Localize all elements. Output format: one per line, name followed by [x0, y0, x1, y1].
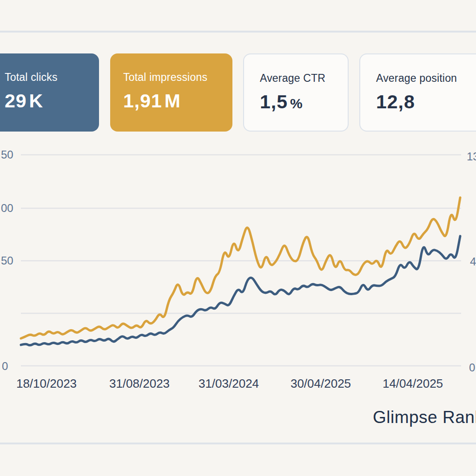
- x-axis-tick: 14/04/2025: [383, 377, 443, 391]
- metric-value-number: 1,5: [260, 91, 288, 112]
- metric-value: 1,5 %: [260, 91, 348, 114]
- right-axis-tick: 4: [470, 255, 476, 268]
- left-axis-tick: 00: [1, 202, 13, 215]
- left-axis-tick: 50: [1, 148, 13, 161]
- metric-value-unit: K: [29, 90, 44, 112]
- metric-value-unit: %: [290, 93, 303, 114]
- metric-card-average-ctr[interactable]: Average CTR 1,5 %: [243, 53, 349, 132]
- top-divider: [0, 31, 476, 33]
- metric-value-number: 29: [5, 90, 27, 112]
- right-axis-tick: 13: [467, 150, 476, 163]
- metric-card-total-impressions[interactable]: Total impressions 1,91 M: [110, 53, 232, 132]
- left-axis-tick: 50: [1, 254, 13, 267]
- bottom-divider: [0, 443, 476, 444]
- x-axis-tick: 18/10/2023: [16, 377, 77, 391]
- search-performance-dashboard: { "cards": [ { "label": "Total clicks", …: [0, 0, 476, 476]
- metric-label: Average CTR: [260, 71, 348, 85]
- total-impressions-line: [21, 198, 460, 338]
- metric-label: Total impressions: [123, 70, 232, 84]
- metric-value-number: 1,91: [123, 90, 162, 112]
- brand-watermark: Glimpse Rank: [373, 408, 476, 427]
- x-axis-tick: 31/08/2023: [109, 377, 170, 391]
- metric-label: Average position: [376, 71, 476, 85]
- total-clicks-line: [21, 236, 460, 345]
- metric-card-average-position[interactable]: Average position 12,8: [359, 53, 476, 132]
- x-axis-tick: 30/04/2025: [291, 377, 351, 391]
- right-axis-tick: 0: [469, 361, 475, 374]
- metric-value: 29 K: [5, 90, 99, 112]
- metric-value-number: 12,8: [376, 91, 415, 112]
- metric-value-unit: M: [165, 90, 181, 112]
- metric-label: Total clicks: [5, 70, 99, 84]
- metric-card-total-clicks[interactable]: Total clicks 29 K: [0, 53, 99, 132]
- metric-value: 12,8: [376, 91, 476, 112]
- metric-value: 1,91 M: [123, 90, 232, 112]
- left-axis-tick: 0: [2, 360, 8, 373]
- x-axis-tick: 31/03/2024: [198, 377, 259, 391]
